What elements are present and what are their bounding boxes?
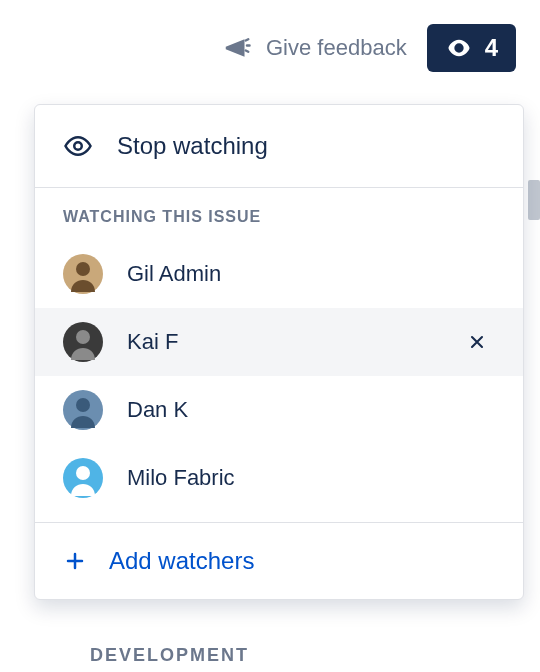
watcher-name: Dan K (127, 397, 495, 423)
watcher-row[interactable]: Gil Admin (35, 240, 523, 308)
eye-icon (63, 131, 93, 161)
svg-point-7 (76, 398, 90, 412)
svg-point-9 (76, 466, 90, 480)
avatar (63, 390, 103, 430)
watcher-row[interactable]: Milo Fabric (35, 444, 523, 512)
watcher-name: Gil Admin (127, 261, 495, 287)
avatar (63, 254, 103, 294)
give-feedback-label: Give feedback (266, 35, 407, 61)
add-watchers-button[interactable]: Add watchers (35, 522, 523, 599)
top-bar: Give feedback 4 (0, 0, 540, 88)
svg-point-3 (76, 262, 90, 276)
watchers-list: Gil Admin Kai F Dan K Milo Fabric (35, 240, 523, 512)
watchers-dropdown: Stop watching WATCHING THIS ISSUE Gil Ad… (34, 104, 524, 600)
give-feedback-link[interactable]: Give feedback (222, 33, 407, 63)
add-watchers-label: Add watchers (109, 547, 254, 575)
avatar (63, 458, 103, 498)
eye-icon (445, 34, 473, 62)
watchers-section-header: WATCHING THIS ISSUE (35, 188, 523, 240)
remove-watcher-button[interactable] (459, 328, 495, 356)
watch-count-button[interactable]: 4 (427, 24, 516, 72)
close-icon (467, 332, 487, 352)
avatar (63, 322, 103, 362)
watcher-row[interactable]: Dan K (35, 376, 523, 444)
background-section-label: DEVELOPMENT (90, 645, 249, 666)
svg-point-5 (76, 330, 90, 344)
stop-watching-button[interactable]: Stop watching (35, 105, 523, 188)
megaphone-icon (222, 33, 252, 63)
stop-watching-label: Stop watching (117, 132, 268, 160)
plus-icon (63, 549, 87, 573)
watcher-name: Kai F (127, 329, 435, 355)
watcher-row[interactable]: Kai F (35, 308, 523, 376)
scrollbar-thumb[interactable] (528, 180, 540, 220)
svg-point-0 (456, 46, 461, 51)
watcher-name: Milo Fabric (127, 465, 495, 491)
watch-count-value: 4 (485, 34, 498, 62)
svg-point-1 (74, 142, 82, 150)
